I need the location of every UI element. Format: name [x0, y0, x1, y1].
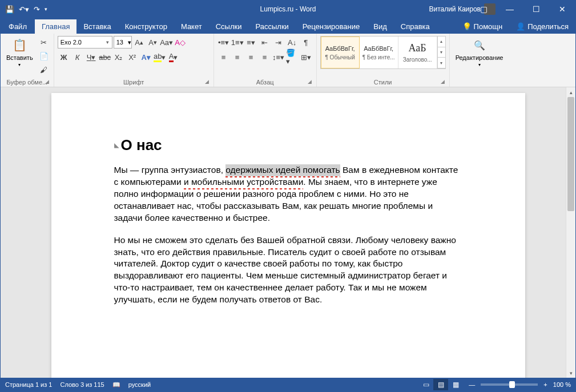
change-case-icon[interactable]: Aa▾	[160, 36, 173, 49]
dialog-launcher-icon[interactable]: ◢	[308, 79, 312, 84]
document-area[interactable]: О нас Мы — группа энтузиастов, одержимых…	[1, 87, 575, 378]
numbering-icon[interactable]: 1≡▾	[231, 36, 244, 49]
tab-review[interactable]: Рецензирование	[296, 19, 366, 34]
slider-thumb[interactable]	[509, 381, 515, 388]
bold-button[interactable]: Ж	[58, 51, 70, 63]
heading[interactable]: О нас	[114, 136, 462, 154]
tab-design[interactable]: Конструктор	[118, 19, 174, 34]
selected-text[interactable]: одержимых идеей помогать	[225, 164, 340, 176]
superscript-icon[interactable]: X²	[126, 51, 139, 63]
shading-icon[interactable]: 🪣▾	[286, 51, 299, 63]
undo-icon[interactable]: ↶▾	[19, 5, 29, 14]
save-icon[interactable]: 💾	[5, 5, 14, 14]
chevron-down-icon[interactable]: ▾	[128, 39, 131, 46]
close-button[interactable]: ✕	[549, 1, 575, 18]
print-layout-icon[interactable]: ▤	[433, 379, 448, 390]
clear-formatting-icon[interactable]: A◇	[174, 36, 187, 49]
redo-icon[interactable]: ↷	[34, 5, 40, 14]
style-no-spacing[interactable]: АаБбВвГг, ¶ Без инте...	[360, 37, 398, 68]
tab-file[interactable]: Файл	[1, 19, 35, 34]
group-label: Стили◢	[320, 78, 446, 87]
page-indicator[interactable]: Страница 1 из 1	[5, 381, 52, 388]
search-icon: 🔍	[472, 37, 488, 53]
group-label	[453, 78, 506, 87]
share-button[interactable]: 👤Поделиться	[509, 19, 575, 34]
paste-button[interactable]: 📋 Вставить ▾	[4, 36, 35, 68]
align-center-icon[interactable]: ≡	[231, 51, 244, 63]
read-mode-icon[interactable]: ▭	[418, 379, 433, 390]
page[interactable]: О нас Мы — группа энтузиастов, одержимых…	[51, 93, 525, 378]
shrink-font-icon[interactable]: A▾	[147, 36, 159, 49]
text-effects-icon[interactable]: A▾	[140, 51, 152, 63]
tab-help[interactable]: Справка	[394, 19, 437, 34]
dialog-launcher-icon[interactable]: ◢	[205, 79, 209, 84]
italic-button[interactable]: К	[71, 51, 84, 63]
justify-icon[interactable]: ≡	[259, 51, 271, 63]
tab-view[interactable]: Вид	[366, 19, 394, 34]
ribbon-options-icon[interactable]: ▢	[470, 1, 497, 18]
bullets-icon[interactable]: •≡▾	[217, 36, 230, 49]
zoom-out-button[interactable]: —	[469, 381, 475, 388]
qat-customize-icon[interactable]: ▾	[45, 6, 47, 12]
gallery-up-icon[interactable]: ▴	[437, 37, 445, 47]
tab-home[interactable]: Главная	[35, 19, 76, 34]
decrease-indent-icon[interactable]: ⇤	[259, 36, 271, 49]
tab-mailings[interactable]: Рассылки	[248, 19, 295, 34]
scroll-down-icon[interactable]: ▾	[566, 368, 575, 378]
strikethrough-icon[interactable]: abc	[99, 51, 111, 63]
show-marks-icon[interactable]: ¶	[300, 36, 312, 49]
grow-font-icon[interactable]: A▴	[133, 36, 146, 49]
chevron-down-icon: ▾	[18, 62, 21, 67]
dialog-launcher-icon[interactable]: ◢	[441, 79, 445, 84]
multilevel-list-icon[interactable]: ≡▾	[245, 36, 257, 49]
tab-insert[interactable]: Вставка	[76, 19, 118, 34]
paragraph-1[interactable]: Мы — группа энтузиастов, одержимых идеей…	[114, 164, 462, 224]
align-left-icon[interactable]: ≡	[217, 51, 230, 63]
dialog-launcher-icon[interactable]: ◢	[45, 79, 49, 84]
line-spacing-icon[interactable]: ↕≡▾	[272, 51, 285, 63]
zoom-in-button[interactable]: +	[543, 381, 547, 388]
format-painter-icon[interactable]: 🖌	[38, 63, 50, 76]
tell-me[interactable]: 💡Помощн	[456, 19, 510, 34]
zoom-slider[interactable]	[481, 383, 538, 386]
style-heading1[interactable]: АаБ Заголово...	[398, 37, 437, 68]
scrollbar-thumb[interactable]	[567, 97, 574, 211]
tab-references[interactable]: Ссылки	[209, 19, 249, 34]
group-clipboard: 📋 Вставить ▾ ✂ 📄 🖌 Буфер обме...◢	[1, 34, 54, 87]
word-count[interactable]: Слово 3 из 115	[60, 381, 104, 388]
group-font: ▾ ▾ A▴ A▾ Aa▾ A◇ Ж К Ч▾ abc X₂	[54, 34, 214, 87]
minimize-button[interactable]: —	[497, 1, 523, 18]
increase-indent-icon[interactable]: ⇥	[272, 36, 285, 49]
underline-button[interactable]: Ч▾	[85, 51, 98, 63]
group-paragraph: •≡▾ 1≡▾ ≡▾ ⇤ ⇥ A↓ ¶ ≡ ≡ ≡ ≡ ↕≡▾ 🪣▾ ⊞▾	[214, 34, 317, 87]
share-icon: 👤	[516, 22, 525, 31]
font-color-icon[interactable]: A▾	[167, 51, 180, 63]
borders-icon[interactable]: ⊞▾	[300, 51, 312, 63]
language-indicator[interactable]: русский	[128, 381, 151, 388]
proofing-icon[interactable]: 📖	[112, 381, 120, 389]
styles-gallery: АаБбВвГг, ¶ Обычный АаБбВвГг, ¶ Без инте…	[320, 36, 446, 69]
align-right-icon[interactable]: ≡	[245, 51, 257, 63]
paragraph-2[interactable]: Но мы не сможем это сделать без Вашей об…	[114, 235, 462, 306]
highlight-color-icon[interactable]: ab▾	[154, 51, 166, 63]
scroll-up-icon[interactable]: ▴	[566, 87, 575, 97]
tab-layout[interactable]: Макет	[174, 19, 209, 34]
style-normal[interactable]: АаБбВвГг, ¶ Обычный	[321, 37, 360, 68]
zoom-level[interactable]: 100 %	[553, 381, 571, 388]
font-size-input[interactable]	[114, 39, 128, 46]
vertical-scrollbar[interactable]: ▴ ▾	[566, 87, 575, 378]
sort-icon[interactable]: A↓	[286, 36, 299, 49]
spelling-error[interactable]: и мобильными устройствами	[184, 176, 303, 188]
cut-icon[interactable]: ✂	[38, 36, 50, 49]
web-layout-icon[interactable]: ▦	[448, 379, 463, 390]
editing-button[interactable]: 🔍 Редактирование ▾	[453, 36, 506, 68]
font-size-combo[interactable]: ▾	[114, 36, 132, 49]
gallery-more-icon[interactable]: ▾	[437, 58, 445, 68]
gallery-down-icon[interactable]: ▾	[437, 47, 445, 58]
chevron-down-icon[interactable]: ▾	[104, 39, 112, 45]
subscript-icon[interactable]: X₂	[112, 51, 125, 63]
font-name-input[interactable]	[58, 39, 104, 46]
copy-icon[interactable]: 📄	[38, 50, 50, 62]
font-name-combo[interactable]: ▾	[58, 36, 112, 49]
maximize-button[interactable]: ☐	[523, 1, 549, 18]
